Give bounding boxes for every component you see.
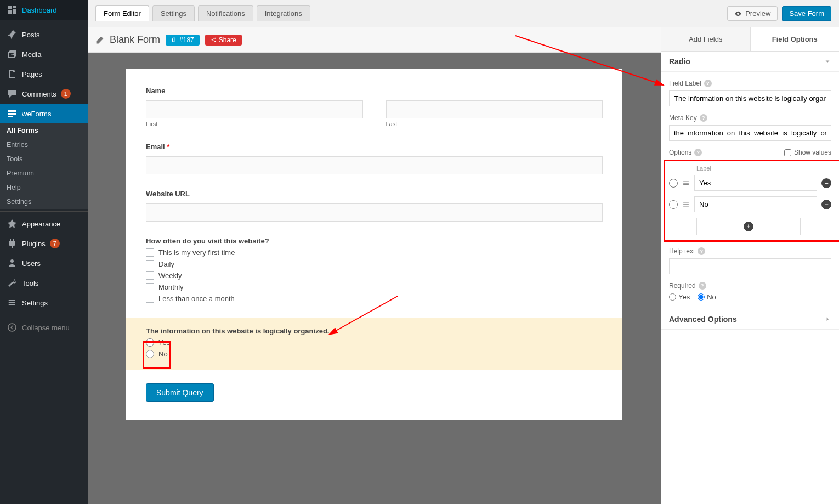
submenu-premium[interactable]: Premium bbox=[0, 166, 88, 180]
url-input[interactable] bbox=[146, 203, 603, 222]
sidebar-label: Posts bbox=[22, 31, 40, 39]
remove-option-button[interactable]: − bbox=[821, 178, 831, 188]
sidebar-label: Media bbox=[22, 50, 41, 59]
email-input[interactable] bbox=[146, 156, 603, 174]
eye-icon bbox=[734, 10, 742, 18]
sidebar-item-comments[interactable]: Comments 1 bbox=[0, 84, 88, 104]
last-name-input[interactable] bbox=[386, 100, 603, 118]
info-option-yes[interactable]: Yes bbox=[146, 338, 603, 347]
sidebar-label: Plugins bbox=[22, 240, 46, 248]
sidebar-label: Tools bbox=[22, 279, 38, 287]
add-option-button[interactable]: + bbox=[696, 218, 801, 235]
show-values-checkbox[interactable]: Show values bbox=[784, 149, 831, 156]
option-label-input[interactable] bbox=[694, 175, 817, 191]
share-icon bbox=[211, 37, 217, 43]
field-info-organized[interactable]: The information on this website is logic… bbox=[126, 318, 622, 370]
field-visit-frequency[interactable]: How often do you visit this website? Thi… bbox=[146, 237, 603, 303]
form-title[interactable]: Blank Form bbox=[110, 34, 160, 46]
copy-icon bbox=[171, 37, 177, 43]
required-no[interactable]: No bbox=[698, 293, 716, 301]
email-label: Email * bbox=[146, 143, 603, 151]
comment-icon bbox=[7, 88, 18, 99]
meta-key-input[interactable] bbox=[669, 125, 831, 141]
chevron-down-icon bbox=[824, 58, 831, 65]
share-pill[interactable]: Share bbox=[205, 35, 242, 46]
sidebar-item-pages[interactable]: Pages bbox=[0, 64, 88, 84]
help-icon[interactable]: ? bbox=[700, 114, 707, 122]
sidebar-item-media[interactable]: Media bbox=[0, 44, 88, 64]
visit-option[interactable]: This is my very first time bbox=[146, 248, 603, 257]
settings-icon bbox=[7, 297, 18, 308]
help-text-title: Help text? bbox=[669, 247, 831, 255]
options-label-header: Label bbox=[696, 165, 831, 172]
sidebar-label: Users bbox=[22, 259, 41, 268]
form-id-pill[interactable]: #187 bbox=[166, 35, 200, 46]
submenu-entries[interactable]: Entries bbox=[0, 138, 88, 152]
tab-notifications[interactable]: Notifications bbox=[198, 5, 253, 21]
svg-point-0 bbox=[8, 324, 16, 331]
tab-settings[interactable]: Settings bbox=[152, 5, 195, 21]
required-yes[interactable]: Yes bbox=[669, 293, 690, 301]
visit-option[interactable]: Less than once a month bbox=[146, 295, 603, 303]
tab-form-editor[interactable]: Form Editor bbox=[95, 5, 149, 21]
sidebar-item-plugins[interactable]: Plugins 7 bbox=[0, 234, 88, 253]
sidebar-item-settings[interactable]: Settings bbox=[0, 293, 88, 313]
sidebar-collapse[interactable]: Collapse menu bbox=[0, 318, 88, 337]
preview-button[interactable]: Preview bbox=[727, 6, 778, 21]
tab-integrations[interactable]: Integrations bbox=[257, 5, 310, 21]
submenu-tools[interactable]: Tools bbox=[0, 152, 88, 166]
info-option-no[interactable]: No bbox=[146, 350, 603, 358]
save-form-button[interactable]: Save Form bbox=[782, 6, 831, 21]
option-row-yes: − bbox=[669, 175, 831, 191]
sidebar-item-weforms[interactable]: weForms bbox=[0, 104, 88, 123]
sidebar-submenu: All Forms Entries Tools Premium Help Set… bbox=[0, 123, 88, 209]
field-email[interactable]: Email * bbox=[146, 143, 603, 174]
sidebar-item-appearance[interactable]: Appearance bbox=[0, 214, 88, 234]
last-sublabel: Last bbox=[386, 121, 603, 127]
rp-tab-add-fields[interactable]: Add Fields bbox=[661, 27, 751, 51]
sidebar-label: weForms bbox=[22, 110, 51, 118]
sidebar-label: Dashboard bbox=[22, 6, 57, 14]
visit-label: How often do you visit this website? bbox=[146, 237, 603, 245]
help-icon[interactable]: ? bbox=[699, 282, 706, 290]
main-content: Form Editor Settings Notifications Integ… bbox=[88, 0, 839, 504]
submenu-settings[interactable]: Settings bbox=[0, 195, 88, 209]
plus-icon: + bbox=[744, 222, 753, 231]
first-name-input[interactable] bbox=[146, 100, 363, 118]
rp-advanced-header[interactable]: Advanced Options bbox=[661, 309, 839, 330]
option-default-radio[interactable] bbox=[669, 200, 678, 209]
help-icon[interactable]: ? bbox=[694, 149, 702, 156]
remove-option-button[interactable]: − bbox=[821, 200, 831, 209]
plugins-badge: 7 bbox=[50, 239, 60, 248]
option-default-radio[interactable] bbox=[669, 179, 678, 188]
help-icon[interactable]: ? bbox=[704, 80, 712, 87]
collapse-icon bbox=[7, 322, 18, 333]
visit-option[interactable]: Daily bbox=[146, 260, 603, 268]
sidebar-item-users[interactable]: Users bbox=[0, 253, 88, 273]
media-icon bbox=[7, 49, 18, 60]
drag-handle-icon[interactable] bbox=[682, 179, 690, 187]
field-url[interactable]: Website URL bbox=[146, 190, 603, 222]
admin-sidebar: Dashboard Posts Media Pages Comments 1 w… bbox=[0, 0, 88, 504]
submenu-help[interactable]: Help bbox=[0, 180, 88, 195]
help-text-input[interactable] bbox=[669, 258, 831, 274]
submenu-all-forms[interactable]: All Forms bbox=[0, 123, 88, 138]
option-label-input[interactable] bbox=[694, 196, 817, 212]
sidebar-item-posts[interactable]: Posts bbox=[0, 25, 88, 44]
sidebar-item-tools[interactable]: Tools bbox=[0, 273, 88, 293]
rp-field-type-header[interactable]: Radio bbox=[661, 52, 839, 72]
rp-tab-field-options[interactable]: Field Options bbox=[751, 27, 840, 51]
submit-button[interactable]: Submit Query bbox=[146, 383, 214, 402]
first-sublabel: First bbox=[146, 121, 363, 127]
visit-option[interactable]: Monthly bbox=[146, 283, 603, 291]
url-label: Website URL bbox=[146, 190, 603, 198]
options-title: Options? bbox=[669, 149, 702, 156]
field-name[interactable]: Name First Last bbox=[146, 87, 603, 127]
drag-handle-icon[interactable] bbox=[682, 201, 690, 208]
visit-option[interactable]: Weekly bbox=[146, 271, 603, 280]
sidebar-item-dashboard[interactable]: Dashboard bbox=[0, 0, 88, 20]
titlebar: Blank Form #187 Share bbox=[88, 27, 661, 53]
field-label-input[interactable] bbox=[669, 90, 831, 106]
tools-icon bbox=[7, 278, 18, 288]
help-icon[interactable]: ? bbox=[698, 247, 705, 255]
